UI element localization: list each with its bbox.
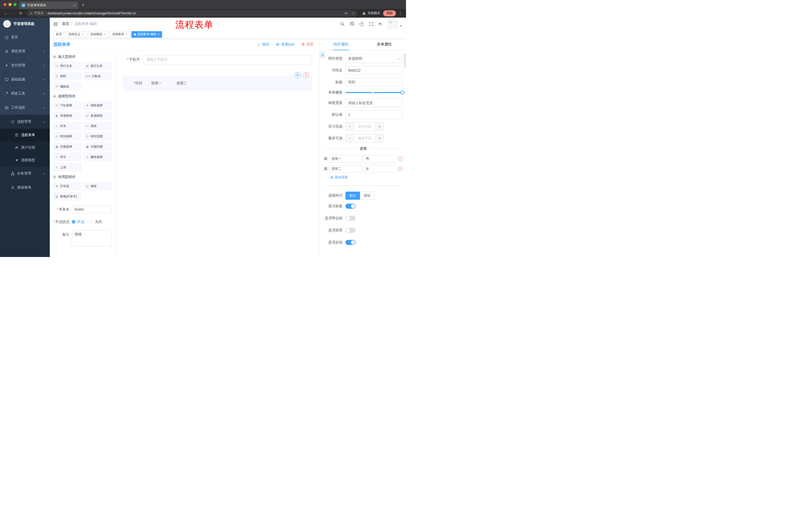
required-toggle[interactable]: [345, 240, 355, 245]
add-option-button[interactable]: ⊕ 添加选项: [330, 175, 403, 180]
tag-process-definition[interactable]: 流程定义×: [66, 31, 86, 38]
sidebar-item-payment[interactable]: ¥ 支付管理 ∨: [0, 58, 50, 73]
save-button[interactable]: ✓ 保存: [258, 42, 269, 47]
window-minimize-button[interactable]: [8, 3, 11, 6]
canvas-field-phone[interactable]: *手机号 请输入手机号: [122, 55, 312, 64]
option-label-input[interactable]: [329, 165, 362, 172]
palette-item-time-range[interactable]: ◴时间范围: [83, 132, 112, 141]
status-radio-off[interactable]: 关闭: [90, 218, 102, 226]
app-logo[interactable]: 芋道管理系统: [0, 18, 50, 30]
min-select-placeholder[interactable]: 至少应选: [354, 123, 375, 131]
stepper-minus-button[interactable]: −: [346, 123, 354, 131]
tag-close-icon[interactable]: ×: [158, 33, 160, 36]
gender-checkbox-option1[interactable]: 选项一: [145, 81, 162, 85]
palette-item-checkbox-group[interactable]: ☑多选框组: [83, 111, 112, 120]
style-default-button[interactable]: 默认: [345, 192, 360, 200]
palette-item-switch[interactable]: ◐开关: [53, 122, 81, 130]
palette-item-time-picker[interactable]: ◷时间选择: [53, 132, 81, 141]
palette-item-date-picker[interactable]: ▦日期选择: [53, 142, 81, 151]
sidebar-item-process-model[interactable]: 流程模型: [0, 154, 50, 166]
view-json-button[interactable]: 查看json: [276, 42, 295, 47]
checkbox[interactable]: [145, 81, 149, 85]
palette-item-rate[interactable]: ☆评分: [53, 153, 81, 161]
help-icon[interactable]: ?: [359, 22, 364, 26]
form-remark-textarea[interactable]: 嘿嘿: [72, 231, 111, 246]
browser-menu-icon[interactable]: ⋮: [397, 11, 404, 16]
sidebar-item-devtools[interactable]: 研发工具 ∨: [0, 86, 50, 101]
palette-item-cascader[interactable]: ⋔级联选择: [83, 101, 112, 110]
style-button-button[interactable]: 按钮: [360, 192, 374, 200]
grid-slider[interactable]: [345, 90, 403, 95]
address-bar[interactable]: ⚠ 不安全 dashboard.yudao.iocoder.cn/bpm/man…: [27, 10, 357, 17]
sidebar-item-process-management[interactable]: 流程管理 ∧: [0, 115, 50, 129]
remove-option-button[interactable]: −: [398, 156, 403, 161]
option-value-input[interactable]: [364, 155, 396, 162]
browser-update-button[interactable]: 更新: [383, 10, 396, 16]
tab-close-icon[interactable]: ×: [74, 3, 76, 7]
option-drag-icon[interactable]: [324, 157, 327, 160]
stepper-plus-button[interactable]: +: [375, 123, 383, 131]
user-avatar[interactable]: [388, 19, 397, 29]
palette-item-date-range[interactable]: ▩日期范围: [83, 142, 112, 151]
breadcrumb-home[interactable]: 首页: [62, 22, 69, 26]
sidebar-item-home[interactable]: 首页: [0, 30, 50, 44]
border-toggle[interactable]: [345, 216, 355, 221]
fullscreen-icon[interactable]: [369, 22, 373, 26]
back-icon[interactable]: ←: [2, 10, 9, 17]
tag-home[interactable]: 首页: [53, 31, 64, 38]
phone-input[interactable]: 请输入手机号: [143, 55, 312, 64]
palette-item-single-line-text[interactable]: ▭单行文本: [53, 62, 81, 70]
clear-button[interactable]: 清空: [301, 42, 314, 47]
palette-item-table[interactable]: ▥表格[开发中]: [53, 192, 81, 201]
title-input[interactable]: [345, 78, 403, 86]
tag-process-form[interactable]: 流程表单×: [110, 31, 130, 38]
option-label-input[interactable]: [329, 155, 362, 162]
github-icon[interactable]: [350, 22, 354, 26]
tag-close-icon[interactable]: ×: [82, 33, 84, 36]
label-width-input[interactable]: [345, 99, 403, 107]
component-type-select[interactable]: 多选框组∨: [345, 54, 403, 63]
slider-handle[interactable]: [401, 90, 405, 94]
font-size-icon[interactable]: TT: [379, 22, 382, 26]
palette-item-color-picker[interactable]: ◑颜色选择: [83, 153, 112, 161]
design-canvas[interactable]: *手机号 请输入手机号 *性别 选项一 选项二: [115, 50, 319, 257]
tab-form-props[interactable]: 表单属性: [363, 39, 406, 50]
default-value-input[interactable]: [345, 110, 403, 119]
palette-item-counter[interactable]: 123计数器: [83, 72, 112, 80]
tab-component-props[interactable]: 组件属性: [319, 39, 363, 50]
password-key-icon[interactable]: [344, 11, 348, 15]
sidebar-item-infrastructure[interactable]: 基础设施 ∨: [0, 73, 50, 86]
forward-icon[interactable]: →: [10, 10, 17, 17]
tag-close-icon[interactable]: ×: [104, 33, 106, 36]
link-icon[interactable]: [319, 52, 325, 58]
window-close-button[interactable]: [3, 3, 6, 6]
disabled-toggle[interactable]: [345, 228, 355, 233]
palette-item-slider[interactable]: ⊷滑块: [83, 122, 112, 130]
delete-component-button[interactable]: [303, 72, 309, 78]
checkbox[interactable]: [171, 81, 174, 85]
palette-item-button[interactable]: ◫按钮: [83, 182, 112, 190]
option-value-input[interactable]: [364, 165, 396, 172]
tag-close-icon[interactable]: ×: [126, 33, 127, 36]
sidebar-item-user-group[interactable]: 用户分组: [0, 141, 50, 154]
option-drag-icon[interactable]: [324, 167, 327, 170]
copy-component-button[interactable]: [295, 72, 301, 78]
palette-item-row-container[interactable]: ⊞行容器: [53, 182, 81, 190]
scrollbar-thumb[interactable]: [404, 53, 406, 67]
palette-item-radio-group[interactable]: ◉单选框组: [53, 111, 81, 120]
status-radio-on[interactable]: 开启: [72, 218, 84, 226]
form-name-input[interactable]: [72, 205, 111, 213]
sidebar-item-leave-query[interactable]: 请假查询: [0, 181, 50, 195]
tag-process-model[interactable]: 流程模型×: [88, 31, 108, 38]
gender-checkbox-option2[interactable]: 选项二: [171, 81, 187, 85]
sidebar-item-task-management[interactable]: 任务管理 ∨: [0, 166, 50, 181]
browser-tab[interactable]: 芋道管理系统 ×: [19, 1, 78, 9]
search-icon[interactable]: [340, 22, 344, 26]
palette-item-select[interactable]: ⊙下拉选择: [53, 101, 81, 110]
stepper-plus-button[interactable]: +: [375, 134, 383, 142]
tag-process-form-edit[interactable]: 流程表单-编辑×: [132, 31, 162, 38]
sidebar-item-process-form[interactable]: 流程表单: [0, 129, 50, 141]
palette-item-upload[interactable]: ⇧上传: [53, 163, 81, 171]
new-tab-button[interactable]: +: [80, 1, 87, 8]
palette-item-password[interactable]: ⊡密码: [53, 72, 81, 80]
